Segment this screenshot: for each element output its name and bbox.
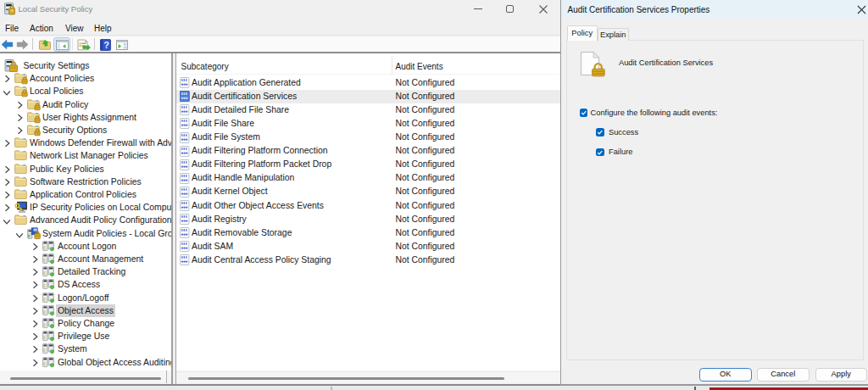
- svg-text:?: ?: [103, 40, 109, 50]
